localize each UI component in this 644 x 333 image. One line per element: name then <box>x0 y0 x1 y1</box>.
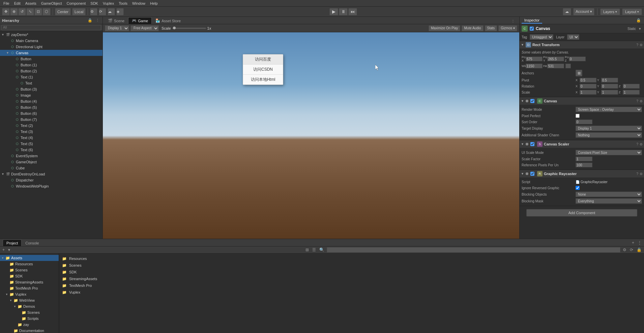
tab-asset-store[interactable]: 🏪 Asset Store <box>152 17 184 24</box>
rot-x-input[interactable] <box>580 84 596 89</box>
popup-item-csdn[interactable]: 访问CSDN <box>243 65 283 75</box>
canvas-scaler-header[interactable]: ▼ S Canvas Scaler ? ⚙ <box>520 140 644 148</box>
constraint-icon[interactable] <box>565 64 571 68</box>
asset-tree-item-5[interactable]: 📁TextMesh Pro <box>0 285 59 291</box>
assets-folder-4[interactable]: 📁TextMesh Pro <box>61 282 642 289</box>
assets-folder-2[interactable]: 📁SDK <box>61 269 642 275</box>
assets-folder-0[interactable]: 📁Resources <box>61 256 642 262</box>
mute-audio-btn[interactable]: Mute Audio <box>462 25 483 31</box>
pivot-y-input[interactable] <box>601 78 618 82</box>
hierarchy-item-4[interactable]: ⬡Button <box>0 56 103 62</box>
layers-dropdown[interactable]: Layers <box>600 8 620 15</box>
asset-tree-item-4[interactable]: 📁StreamingAssets <box>0 279 59 285</box>
collab-btn[interactable]: ☁ <box>563 8 571 15</box>
rot-y-input[interactable] <box>601 84 618 89</box>
shader-channel-select[interactable]: Nothing <box>576 132 642 138</box>
asset-tree-item-12[interactable]: 📁Documentation <box>0 328 59 333</box>
hierarchy-menu-btn[interactable]: ⋮ <box>95 18 100 23</box>
render-mode-select[interactable]: Screen Space - Overlay <box>576 107 642 112</box>
tab-scene[interactable]: 🎬 Scene <box>104 17 128 24</box>
hierarchy-item-20[interactable]: ⬡EventSystem <box>0 153 103 159</box>
ref-pixels-input[interactable] <box>576 163 592 167</box>
canvas-scaler-settings[interactable]: ⚙ <box>640 142 643 146</box>
assets-list-view-btn[interactable]: ☰ <box>311 247 317 253</box>
tool-hand[interactable]: ✥ <box>2 8 10 15</box>
assets-search-btn[interactable]: 🔍 <box>318 247 325 253</box>
menu-sdk[interactable]: SDK <box>88 1 100 5</box>
hierarchy-item-10[interactable]: ⬡Image <box>0 92 103 98</box>
gizmos-btn[interactable]: Gizmos ▾ <box>498 25 517 31</box>
canvas-settings[interactable]: ⚙ <box>640 99 643 103</box>
hierarchy-item-14[interactable]: ⬡Button (7) <box>0 116 103 123</box>
pos-z-input[interactable] <box>569 57 586 61</box>
aspect-select[interactable]: Free Aspect <box>130 25 159 31</box>
bottom-add-btn[interactable]: + <box>631 240 635 245</box>
hierarchy-item-17[interactable]: ⬡Text (4) <box>0 135 103 141</box>
asset-tree-item-7[interactable]: ▼📁WebView <box>0 297 59 303</box>
hierarchy-item-7[interactable]: ⬡Text (1) <box>0 74 103 80</box>
canvas-scaler-enabled-checkbox[interactable] <box>530 142 534 146</box>
sort-order-input[interactable] <box>576 120 592 124</box>
menu-gameobject[interactable]: GameObject <box>39 1 64 5</box>
rect-transform-settings[interactable]: ⚙ <box>640 43 643 47</box>
anchor-icon[interactable]: ⊞ <box>576 70 582 76</box>
extra-icon-3[interactable]: ☁ <box>108 8 115 15</box>
tool-transform[interactable]: ⬡ <box>42 8 51 15</box>
scale-factor-input[interactable] <box>576 157 592 161</box>
tab-project[interactable]: Project <box>3 239 22 246</box>
account-btn[interactable]: Account ▾ <box>573 8 594 15</box>
asset-tree-item-3[interactable]: 📁SDK <box>0 273 59 279</box>
hierarchy-item-15[interactable]: ⬡Text (2) <box>0 123 103 129</box>
menu-help[interactable]: Help <box>148 1 160 5</box>
display-select[interactable]: Display 1 <box>105 25 129 31</box>
tab-console[interactable]: Console <box>22 239 42 246</box>
assets-refresh-btn[interactable]: ⟳ <box>629 247 634 253</box>
hierarchy-item-18[interactable]: ⬡Text (5) <box>0 141 103 147</box>
space-btn[interactable]: Local <box>72 8 86 15</box>
scale-x-input[interactable] <box>580 90 596 95</box>
stats-btn[interactable]: Stats <box>485 25 497 31</box>
hierarchy-item-25[interactable]: ⬡WindowsWebPlugin <box>0 183 103 189</box>
menu-window[interactable]: Window <box>130 1 147 5</box>
assets-icon-view-btn[interactable]: ⊞ <box>304 247 310 253</box>
bottom-more-btn[interactable]: ⋮ <box>637 240 643 245</box>
popup-item-local-html[interactable]: 访问本地Html <box>243 75 283 85</box>
hierarchy-item-23[interactable]: ▼🎬DontDestroyOnLoad <box>0 171 103 177</box>
layer-select[interactable]: UI <box>567 34 579 40</box>
hierarchy-item-21[interactable]: ⬡GameObject <box>0 159 103 165</box>
assets-folder-5[interactable]: 📁Vuplex <box>61 289 642 295</box>
canvas-scaler-help[interactable]: ? <box>636 142 638 146</box>
hierarchy-lock-btn[interactable]: 🔒 <box>87 18 93 23</box>
graphic-raycaster-help[interactable]: ? <box>636 172 638 176</box>
play-button[interactable]: ▶ <box>329 8 338 15</box>
rect-transform-header[interactable]: ▼ ⊡ Rect Transform ? ⚙ <box>520 41 644 48</box>
menu-vuplex[interactable]: Vuplex <box>101 1 116 5</box>
hierarchy-item-9[interactable]: ⬡Button (3) <box>0 86 103 92</box>
menu-component[interactable]: Component <box>64 1 88 5</box>
scale-slider[interactable] <box>172 28 206 29</box>
hierarchy-item-8[interactable]: ⬡Text <box>0 80 103 86</box>
hierarchy-item-11[interactable]: ⬡Button (4) <box>0 98 103 104</box>
graphic-raycaster-header[interactable]: ▼ R Graphic Raycaster ? ⚙ <box>520 170 644 177</box>
asset-tree-item-1[interactable]: 📁Resources <box>0 261 59 267</box>
scale-z-input[interactable] <box>623 90 640 95</box>
assets-lock-btn[interactable]: 🔒 <box>636 247 643 253</box>
canvas-enabled-checkbox[interactable] <box>530 99 534 103</box>
width-input[interactable] <box>526 64 543 68</box>
pos-x-input[interactable] <box>526 57 543 61</box>
tab-game[interactable]: 🎮 Game <box>128 17 152 24</box>
extra-icon-2[interactable]: ⟳ <box>99 8 106 15</box>
inspector-lock-btn[interactable]: 🔒 <box>635 18 642 23</box>
assets-folder-3[interactable]: 📁StreamingAssets <box>61 276 642 282</box>
menu-edit[interactable]: Edit <box>12 1 23 5</box>
pivot-btn[interactable]: Center <box>55 8 71 15</box>
rect-transform-help[interactable]: ? <box>636 43 638 47</box>
hierarchy-item-2[interactable]: ⬡Directional Light <box>0 44 103 50</box>
scale-y-input[interactable] <box>601 90 618 95</box>
menu-tools[interactable]: Tools <box>117 1 129 5</box>
tool-rect[interactable]: ⊡ <box>34 8 42 15</box>
asset-tree-item-10[interactable]: 📁Scripts <box>0 315 59 322</box>
asset-tree-item-6[interactable]: ▼📁Vuplex <box>0 291 59 297</box>
assets-add-btn[interactable]: + <box>1 247 6 253</box>
rot-z-input[interactable] <box>623 84 640 89</box>
